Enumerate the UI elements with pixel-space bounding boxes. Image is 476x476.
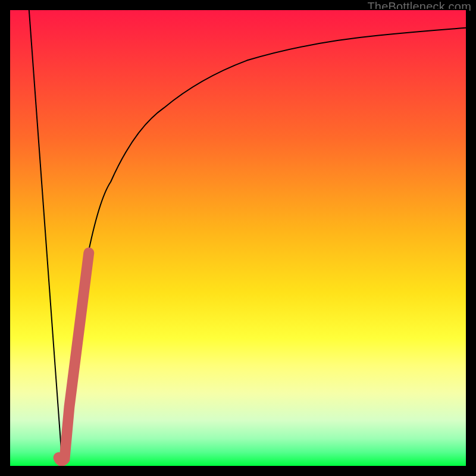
plot-area — [9, 9, 467, 467]
chart-stage: TheBottleneck.com — [0, 0, 476, 476]
highlight-segment — [59, 253, 89, 461]
curve-left-descent — [29, 10, 62, 463]
chart-curves — [10, 10, 466, 466]
curve-right-ascent — [62, 28, 466, 463]
